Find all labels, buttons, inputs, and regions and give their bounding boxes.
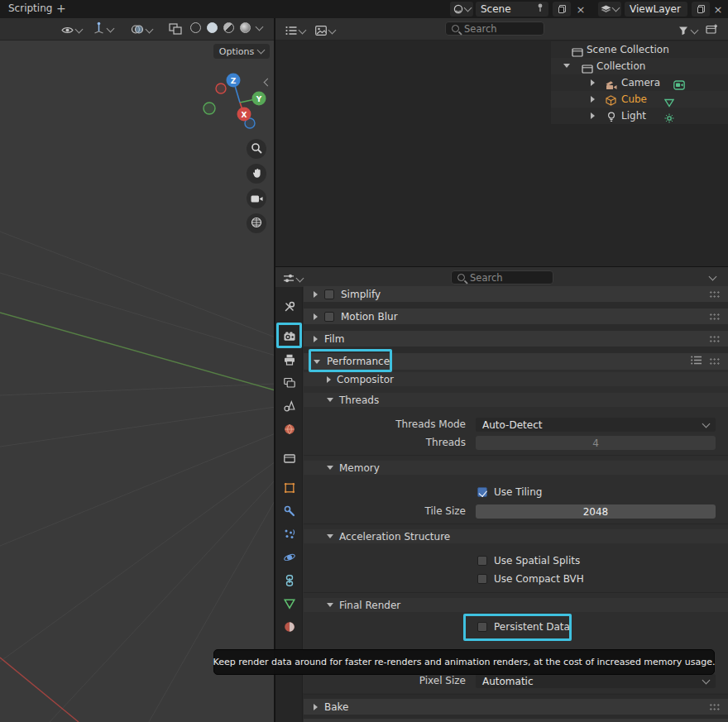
tab-render-properties[interactable] [282, 329, 296, 343]
tab-tool-properties[interactable] [282, 299, 296, 313]
options-dropdown[interactable]: Options [213, 44, 270, 59]
disclosure-closed-icon[interactable] [314, 313, 318, 320]
view-layer-name-field[interactable]: ViewLayer [625, 2, 687, 17]
delete-scene-button[interactable]: × [573, 2, 588, 17]
disclosure-closed-icon[interactable] [314, 336, 318, 342]
pin-icon[interactable] [537, 3, 544, 15]
properties-editor-type-dropdown[interactable] [283, 271, 303, 287]
subpanel-header-acceleration-structure[interactable]: Acceleration Structure [304, 529, 728, 543]
panel-header-bake[interactable]: Bake [304, 699, 728, 715]
disclosure-open-icon[interactable] [327, 466, 333, 470]
outliner-filter-image-dropdown[interactable] [315, 23, 335, 39]
overlays-dropdown[interactable] [131, 22, 152, 38]
use-compact-bvh-checkbox[interactable] [477, 574, 487, 584]
row-label: Collection [596, 60, 645, 72]
simplify-checkbox[interactable] [324, 289, 334, 299]
subpanel-header-memory[interactable]: Memory [304, 461, 728, 475]
disclosure-closed-icon[interactable] [591, 79, 595, 86]
navigation-gizmo[interactable]: Z Y X [195, 65, 275, 143]
subpanel-header-compositor[interactable]: Compositor [304, 372, 728, 386]
browse-view-layer-button[interactable] [598, 2, 621, 17]
tab-material-properties[interactable] [282, 619, 296, 634]
persistent-data-checkbox[interactable] [477, 622, 487, 632]
outliner-display-mode-dropdown[interactable] [285, 23, 305, 39]
tab-collection-properties[interactable] [282, 451, 296, 465]
new-view-layer-button[interactable] [692, 2, 710, 17]
scene-name-field[interactable]: Scene [476, 2, 548, 17]
new-collection-icon [706, 22, 718, 38]
tile-size-field[interactable]: 2048 [476, 504, 716, 519]
shading-wireframe-button[interactable] [190, 22, 201, 33]
chevron-down-icon[interactable] [256, 22, 264, 31]
new-collection-button[interactable] [706, 22, 718, 38]
tab-particle-properties[interactable] [282, 527, 296, 541]
disclosure-closed-icon[interactable] [327, 376, 331, 383]
workspace-tab-scripting[interactable]: Scripting [8, 2, 52, 14]
panel-header-film[interactable]: Film [304, 331, 728, 347]
panel-label: Bake [324, 701, 349, 713]
axis-neg-x-ball[interactable] [216, 84, 226, 93]
tab-output-properties[interactable] [282, 352, 296, 366]
disclosure-open-icon[interactable] [563, 64, 570, 68]
motion-blur-checkbox[interactable] [324, 312, 334, 322]
drag-handle-icon[interactable] [709, 703, 720, 711]
disclosure-open-icon[interactable] [314, 360, 320, 364]
disclosure-closed-icon[interactable] [314, 291, 318, 298]
gizmos-dropdown[interactable] [93, 22, 113, 37]
shading-solid-button[interactable] [207, 22, 218, 33]
threads-value-field[interactable]: 4 [476, 436, 716, 450]
panel-header-motion-blur[interactable]: Motion Blur [304, 308, 728, 324]
search-icon [457, 274, 465, 281]
header-menu-chevron-icon[interactable] [709, 273, 717, 281]
tab-constraint-properties[interactable] [282, 573, 296, 587]
pixel-size-dropdown[interactable]: Automatic [476, 674, 716, 688]
viewport[interactable]: Options Z Y X [0, 18, 275, 722]
use-tiling-checkbox[interactable] [477, 487, 487, 497]
disclosure-open-icon[interactable] [327, 534, 333, 538]
outliner-row-cube[interactable]: Cube [551, 91, 728, 108]
browse-scene-button[interactable] [450, 2, 473, 17]
tab-scene-properties[interactable] [282, 399, 296, 413]
outliner-row-light[interactable]: Light [551, 108, 728, 124]
outliner-filter-dropdown[interactable] [678, 23, 697, 39]
axis-neg-y-ball[interactable] [204, 103, 215, 114]
outliner-row-collection[interactable]: Collection [551, 58, 728, 74]
outliner-row-camera[interactable]: Camera [551, 74, 728, 91]
tab-physics-properties[interactable] [282, 550, 296, 564]
drag-handle-icon[interactable] [709, 357, 720, 366]
use-spatial-splits-checkbox[interactable] [477, 556, 487, 566]
disclosure-closed-icon[interactable] [314, 704, 318, 710]
drag-handle-icon[interactable] [709, 290, 720, 299]
pan-button[interactable] [247, 164, 266, 184]
perspective-toggle-button[interactable] [247, 213, 266, 233]
new-scene-button[interactable] [553, 2, 571, 17]
tab-world-properties[interactable] [282, 422, 296, 436]
tab-modifier-properties[interactable] [282, 504, 296, 518]
panel-menu-icon[interactable] [691, 356, 702, 367]
object-visibility-dropdown[interactable] [61, 22, 82, 38]
outliner-row-scene-collection[interactable]: Scene Collection [551, 41, 728, 58]
disclosure-open-icon[interactable] [327, 398, 333, 402]
camera-view-button[interactable] [247, 189, 266, 208]
remove-view-layer-button[interactable]: × [711, 2, 726, 17]
subpanel-header-final-render[interactable]: Final Render [304, 598, 728, 612]
threads-mode-dropdown[interactable]: Auto-Detect [476, 418, 716, 432]
add-workspace-button[interactable]: + [56, 2, 66, 15]
drag-handle-icon[interactable] [709, 313, 720, 321]
disclosure-closed-icon[interactable] [591, 96, 595, 103]
shading-material-button[interactable] [223, 22, 234, 33]
tab-object-data-properties[interactable] [282, 596, 296, 610]
panel-header-performance[interactable]: Performance [304, 353, 728, 370]
shading-rendered-button[interactable] [240, 22, 251, 33]
tab-object-properties[interactable] [282, 481, 296, 495]
zoom-button[interactable] [247, 139, 266, 159]
xray-toggle-button[interactable] [169, 22, 182, 38]
drag-handle-icon[interactable] [709, 335, 720, 343]
disclosure-open-icon[interactable] [327, 603, 333, 607]
tab-view-layer-properties[interactable] [282, 375, 296, 390]
properties-search-input[interactable]: Search [451, 270, 553, 284]
subpanel-header-threads[interactable]: Threads [304, 393, 728, 407]
disclosure-closed-icon[interactable] [591, 112, 595, 119]
panel-header-simplify[interactable]: Simplify [304, 286, 728, 302]
outliner-search-input[interactable]: Search [445, 22, 544, 36]
